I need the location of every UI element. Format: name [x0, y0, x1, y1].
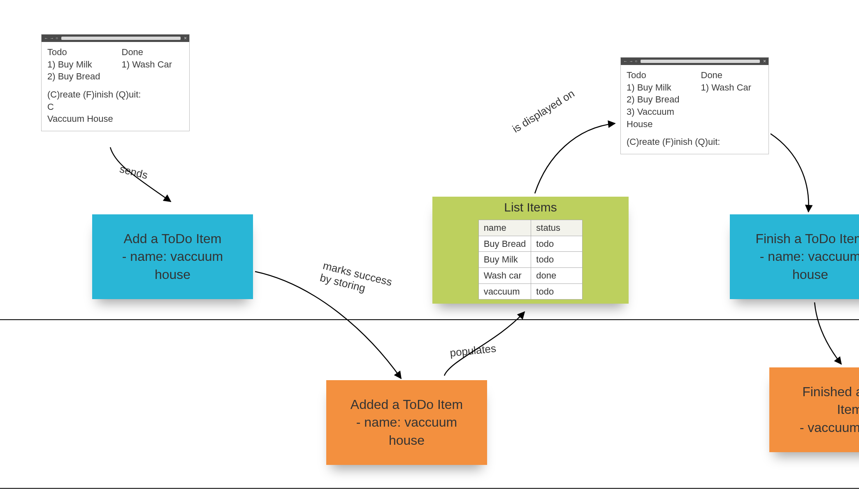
- terminal-prompt-area: (C)reate (F)inish (Q)uit: C Vaccuum Hous…: [42, 88, 189, 131]
- note-finish-todo: Finish a ToDo Item - name: vaccuumhouse: [730, 214, 859, 299]
- url-bar: [641, 60, 760, 63]
- terminal-body: Todo 1) Buy Milk 2) Buy Bread 3) Vaccuum…: [621, 65, 768, 136]
- table-row: Buy Breadtodo: [478, 236, 583, 252]
- todo-item: 1) Buy Milk: [627, 81, 689, 94]
- divider-line: [0, 488, 859, 489]
- done-header: Done: [122, 46, 184, 58]
- table-row: Wash cardone: [478, 268, 583, 284]
- window-titlebar: ← →: [621, 58, 768, 65]
- done-column: Done 1) Wash Car: [122, 46, 184, 83]
- diagram-canvas: ← → Todo 1) Buy Milk 2) Buy Bread Done 1…: [0, 0, 859, 504]
- todo-item: 3) Vaccuum House: [627, 106, 689, 130]
- terminal-window-right: ← → Todo 1) Buy Milk 2) Buy Bread 3) Vac…: [620, 57, 769, 154]
- nav-refresh-icon: [56, 36, 58, 40]
- window-titlebar: ← →: [42, 35, 189, 42]
- todo-item: 2) Buy Bread: [627, 93, 689, 106]
- edge-label-sends: sends: [118, 163, 149, 182]
- col-header: name: [478, 220, 531, 236]
- note-sub: - name: vaccuumhouse: [760, 248, 859, 283]
- list-table: name status Buy Breadtodo Buy Milktodo W…: [478, 220, 583, 300]
- todo-column: Todo 1) Buy Milk 2) Buy Bread 3) Vaccuum…: [627, 69, 689, 130]
- note-sub: - vaccuum house: [800, 419, 859, 437]
- todo-column: Todo 1) Buy Milk 2) Buy Bread: [47, 46, 109, 83]
- nav-back-icon: ←: [44, 36, 48, 40]
- close-icon: [184, 36, 187, 41]
- done-header: Done: [701, 69, 763, 81]
- done-item: 1) Wash Car: [122, 58, 184, 71]
- todo-item: 2) Buy Bread: [47, 70, 109, 83]
- note-sub: - name: vaccuumhouse: [122, 248, 223, 283]
- note-list-items: List Items name status Buy Breadtodo Buy…: [432, 197, 629, 304]
- done-column: Done 1) Wash Car: [701, 69, 763, 130]
- prompt-text: (C)reate (F)inish (Q)uit:: [47, 88, 183, 101]
- prompt-choice: C: [47, 101, 183, 113]
- nav-refresh-icon: [635, 59, 637, 63]
- todo-header: Todo: [627, 69, 689, 81]
- table-row: Buy Milktodo: [478, 252, 583, 268]
- terminal-window-left: ← → Todo 1) Buy Milk 2) Buy Bread Done 1…: [41, 34, 190, 131]
- terminal-prompt-area: (C)reate (F)inish (Q)uit:: [621, 136, 768, 154]
- nav-forward-icon: →: [50, 36, 54, 40]
- table-row: vaccuumtodo: [478, 283, 583, 300]
- note-title: Finished a ToDoItem: [802, 383, 859, 418]
- todo-header: Todo: [47, 46, 109, 58]
- prompt-text: (C)reate (F)inish (Q)uit:: [627, 136, 763, 148]
- edge-label-marks: marks successby storing: [319, 260, 393, 301]
- col-header: status: [531, 220, 583, 236]
- divider-line: [0, 319, 859, 320]
- nav-back-icon: ←: [623, 59, 627, 63]
- terminal-body: Todo 1) Buy Milk 2) Buy Bread Done 1) Wa…: [42, 42, 189, 88]
- done-item: 1) Wash Car: [701, 81, 763, 94]
- url-bar: [61, 37, 181, 40]
- note-title: Added a ToDo Item: [351, 396, 463, 413]
- note-finished-todo: Finished a ToDoItem - vaccuum house: [769, 367, 859, 452]
- note-title: Finish a ToDo Item: [755, 230, 859, 248]
- note-add-todo: Add a ToDo Item - name: vaccuumhouse: [92, 214, 253, 299]
- edge-label-displayed: is displayed on: [510, 87, 577, 135]
- close-icon: [763, 59, 766, 64]
- note-sub: - name: vaccuumhouse: [356, 413, 457, 449]
- list-title: List Items: [504, 199, 557, 216]
- note-added-todo: Added a ToDo Item - name: vaccuumhouse: [326, 380, 487, 465]
- todo-item: 1) Buy Milk: [47, 58, 109, 71]
- edge-label-populates: populates: [449, 342, 497, 360]
- prompt-entry: Vaccuum House: [47, 113, 183, 125]
- nav-forward-icon: →: [629, 59, 633, 63]
- note-title: Add a ToDo Item: [124, 230, 222, 248]
- table-row: name status: [478, 220, 583, 236]
